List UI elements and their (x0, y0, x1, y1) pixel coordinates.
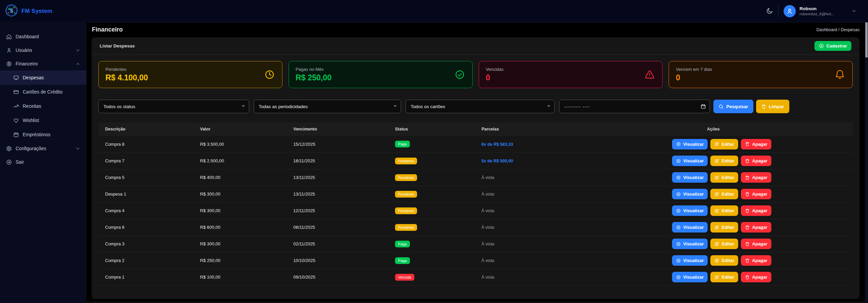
delete-button[interactable]: Apagar (741, 205, 771, 216)
vertical-scrollbar[interactable] (865, 0, 868, 303)
date-input[interactable] (559, 100, 710, 113)
action-button-label: Editar (722, 175, 734, 180)
cell-due-date: 10/10/2025 (287, 252, 388, 269)
sidebar-item-despesas[interactable]: Despesas (0, 70, 86, 85)
sidebar-item-cartoes-de-credito[interactable]: Cartões de Crédito (0, 85, 86, 99)
cell-installments: À vista (475, 186, 658, 202)
stat-label: Vencem em 7 dias (676, 67, 712, 72)
brand[interactable]: $ ¢ % FM System (5, 4, 53, 18)
card-filter[interactable]: Todos os cartões (406, 100, 555, 113)
installments-link[interactable]: 6x de R$ 583,33 (481, 142, 513, 147)
sidebar-item-sair[interactable]: Sair (0, 155, 86, 169)
stat-card-pagas-no-mes: Pagas no MêsR$ 250,00 (289, 61, 473, 88)
installments-link[interactable]: 5x de R$ 500,00 (481, 159, 513, 163)
sidebar-item-configuracoes[interactable]: Configurações (0, 142, 86, 155)
cell-installments: 6x de R$ 583,33 (475, 136, 658, 153)
edit-button[interactable]: Editar (710, 205, 738, 216)
status-badge: Pendente (395, 191, 417, 198)
cell-actions: VisualizarEditarApagar (658, 219, 853, 236)
action-button-label: Editar (722, 142, 734, 147)
delete-button[interactable]: Apagar (741, 239, 771, 249)
pencil-icon (714, 175, 719, 180)
cell-value: R$ 3.500,00 (193, 136, 287, 153)
edit-button[interactable]: Editar (710, 156, 738, 166)
edit-button[interactable]: Editar (710, 222, 738, 233)
view-button[interactable]: Visualizar (672, 172, 708, 183)
action-button-label: Visualizar (683, 241, 704, 246)
cell-description: Compra 1 (98, 269, 193, 285)
delete-button[interactable]: Apagar (741, 172, 771, 183)
table-row: Compra 6R$ 600,0006/11/2025PendenteÀ vis… (98, 219, 853, 236)
main-content: Financeiro Dashboard / Despesas Listar D… (86, 22, 865, 303)
user-email: robsonluiz_6@hot... (800, 12, 848, 16)
date-filter[interactable] (559, 100, 710, 113)
cell-description: Compra 2 (98, 252, 193, 269)
delete-button[interactable]: Apagar (741, 189, 771, 199)
installments-text: À vista (481, 275, 494, 280)
card-select[interactable]: Todos os cartões (406, 100, 554, 113)
edit-button[interactable]: Editar (710, 172, 738, 183)
sidebar-item-label: Usuário (16, 47, 32, 53)
delete-button[interactable]: Apagar (741, 156, 771, 166)
cell-actions: VisualizarEditarApagar (658, 136, 853, 153)
page-title: Financeiro (92, 26, 123, 33)
installments-text: À vista (481, 175, 494, 180)
edit-button[interactable]: Editar (710, 189, 738, 199)
trending-up-icon (13, 103, 19, 109)
eye-icon (676, 142, 681, 146)
delete-button[interactable]: Apagar (741, 272, 771, 282)
delete-button[interactable]: Apagar (741, 222, 771, 233)
svg-text:%: % (14, 12, 16, 14)
cell-status: Pendente (388, 169, 475, 186)
action-button-label: Visualizar (683, 191, 704, 197)
sidebar-item-usuario[interactable]: Usuário (0, 43, 86, 57)
stat-card-vencem-em-7-dias: Vencem em 7 dias0 (669, 61, 853, 88)
sidebar-item-dashboard[interactable]: Dashboard (0, 30, 86, 43)
expenses-table: DescriçãoValorVencimentoStatusParcelasAç… (98, 122, 853, 286)
action-button-label: Visualizar (683, 142, 704, 147)
table-row: Compra 8R$ 3.500,0015/12/2025Paga6x de R… (98, 136, 853, 153)
view-button[interactable]: Visualizar (672, 239, 708, 249)
action-button-label: Visualizar (683, 275, 704, 280)
view-button[interactable]: Visualizar (672, 139, 708, 149)
edit-button[interactable]: Editar (710, 255, 738, 266)
delete-button[interactable]: Apagar (741, 139, 771, 149)
svg-text:$: $ (10, 7, 13, 14)
search-button[interactable]: Pesquisar (713, 100, 753, 113)
view-button[interactable]: Visualizar (672, 255, 708, 266)
view-button[interactable]: Visualizar (672, 272, 708, 282)
periodicity-select[interactable]: Todas as periodicidades (254, 100, 401, 113)
register-button-label: Cadastrar (826, 43, 847, 48)
clock-icon (264, 69, 275, 80)
sidebar-item-financeiro[interactable]: Financeiro (0, 57, 86, 70)
delete-button[interactable]: Apagar (741, 255, 771, 266)
cell-due-date: 06/11/2025 (287, 219, 388, 236)
page-header: Financeiro Dashboard / Despesas (86, 22, 865, 33)
sidebar-item-receitas[interactable]: Receitas (0, 99, 86, 113)
periodicity-filter[interactable]: Todas as periodicidades (254, 100, 401, 113)
edit-button[interactable]: Editar (710, 139, 738, 149)
view-button[interactable]: Visualizar (672, 189, 708, 199)
view-button[interactable]: Visualizar (672, 222, 708, 233)
chevron-down-icon (851, 8, 856, 14)
cell-actions: VisualizarEditarApagar (658, 252, 853, 269)
view-button[interactable]: Visualizar (672, 156, 708, 166)
edit-button[interactable]: Editar (710, 272, 738, 282)
sidebar-item-wishlist[interactable]: Wishlist (0, 113, 86, 127)
clear-button[interactable]: Limpar (756, 100, 789, 113)
cell-status: Vencida (388, 269, 475, 285)
stat-value: R$ 250,00 (296, 73, 332, 82)
user-menu[interactable]: Robson robsonluiz_6@hot... (784, 5, 856, 17)
panel-header: Listar Despesas Cadastrar (92, 37, 860, 55)
moon-icon[interactable] (766, 7, 773, 15)
register-button[interactable]: Cadastrar (814, 41, 851, 51)
view-button[interactable]: Visualizar (672, 205, 708, 216)
svg-text:¢: ¢ (8, 12, 9, 14)
sidebar-item-emprestimos[interactable]: Empréstimos (0, 127, 86, 142)
edit-button[interactable]: Editar (710, 239, 738, 249)
eye-icon (676, 159, 681, 163)
status-filter[interactable]: Todos os status (98, 100, 249, 113)
chevron-down-icon (75, 146, 80, 151)
status-select[interactable]: Todos os status (99, 100, 249, 113)
status-badge: Paga (395, 257, 410, 264)
